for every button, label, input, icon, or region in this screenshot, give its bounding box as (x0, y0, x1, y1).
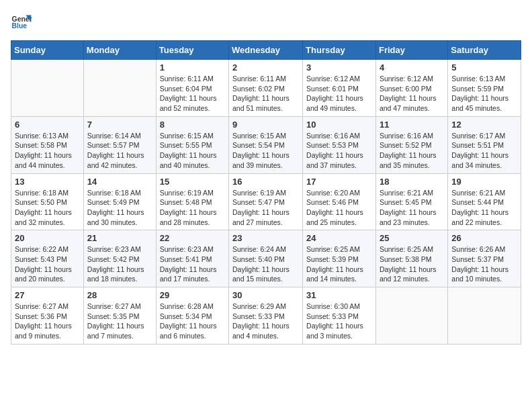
week-row-5: 27Sunrise: 6:27 AM Sunset: 5:36 PM Dayli… (11, 287, 521, 345)
day-cell: 8Sunrise: 6:15 AM Sunset: 5:55 PM Daylig… (156, 116, 228, 173)
day-info: Sunrise: 6:18 AM Sunset: 5:49 PM Dayligh… (87, 188, 152, 228)
day-cell: 25Sunrise: 6:25 AM Sunset: 5:38 PM Dayli… (375, 230, 447, 287)
day-cell (375, 287, 447, 345)
day-number: 27 (15, 290, 80, 300)
day-info: Sunrise: 6:11 AM Sunset: 6:02 PM Dayligh… (232, 74, 299, 113)
day-info: Sunrise: 6:27 AM Sunset: 5:35 PM Dayligh… (87, 302, 152, 341)
week-row-3: 13Sunrise: 6:18 AM Sunset: 5:50 PM Dayli… (11, 173, 521, 230)
day-info: Sunrise: 6:23 AM Sunset: 5:42 PM Dayligh… (87, 244, 152, 284)
calendar-table: SundayMondayTuesdayWednesdayThursdayFrid… (11, 40, 521, 345)
day-number: 4 (380, 62, 444, 73)
logo-icon: General Blue (11, 11, 32, 32)
day-cell: 13Sunrise: 6:18 AM Sunset: 5:50 PM Dayli… (11, 173, 84, 230)
day-number: 24 (306, 233, 372, 243)
day-info: Sunrise: 6:13 AM Sunset: 5:59 PM Dayligh… (451, 74, 517, 113)
day-header-tuesday: Tuesday (156, 41, 228, 60)
day-info: Sunrise: 6:19 AM Sunset: 5:48 PM Dayligh… (160, 188, 225, 228)
day-number: 30 (232, 290, 299, 300)
day-number: 28 (87, 290, 152, 300)
day-info: Sunrise: 6:20 AM Sunset: 5:46 PM Dayligh… (306, 188, 372, 228)
day-info: Sunrise: 6:21 AM Sunset: 5:45 PM Dayligh… (380, 188, 444, 228)
day-number: 26 (451, 233, 517, 243)
day-header-sunday: Sunday (11, 41, 84, 60)
day-number: 25 (380, 233, 444, 243)
day-cell (83, 60, 156, 117)
day-cell: 14Sunrise: 6:18 AM Sunset: 5:49 PM Dayli… (83, 173, 156, 230)
day-cell: 28Sunrise: 6:27 AM Sunset: 5:35 PM Dayli… (83, 287, 156, 345)
day-info: Sunrise: 6:15 AM Sunset: 5:54 PM Dayligh… (232, 131, 299, 171)
day-info: Sunrise: 6:29 AM Sunset: 5:33 PM Dayligh… (232, 302, 299, 341)
day-info: Sunrise: 6:18 AM Sunset: 5:50 PM Dayligh… (15, 188, 80, 228)
day-info: Sunrise: 6:12 AM Sunset: 6:01 PM Dayligh… (306, 74, 372, 113)
day-info: Sunrise: 6:19 AM Sunset: 5:47 PM Dayligh… (232, 188, 299, 228)
day-info: Sunrise: 6:22 AM Sunset: 5:43 PM Dayligh… (15, 244, 80, 284)
day-number: 1 (160, 62, 225, 73)
day-cell: 20Sunrise: 6:22 AM Sunset: 5:43 PM Dayli… (11, 230, 84, 287)
day-info: Sunrise: 6:14 AM Sunset: 5:57 PM Dayligh… (87, 131, 152, 171)
day-number: 19 (451, 177, 517, 187)
day-info: Sunrise: 6:15 AM Sunset: 5:55 PM Dayligh… (160, 131, 225, 171)
day-cell: 22Sunrise: 6:23 AM Sunset: 5:41 PM Dayli… (156, 230, 228, 287)
day-number: 13 (15, 177, 80, 187)
day-cell: 27Sunrise: 6:27 AM Sunset: 5:36 PM Dayli… (11, 287, 84, 345)
svg-text:Blue: Blue (12, 22, 28, 30)
day-number: 23 (232, 233, 299, 243)
day-info: Sunrise: 6:23 AM Sunset: 5:41 PM Dayligh… (160, 244, 225, 284)
day-number: 17 (306, 177, 372, 187)
day-cell: 4Sunrise: 6:12 AM Sunset: 6:00 PM Daylig… (375, 60, 447, 117)
day-info: Sunrise: 6:12 AM Sunset: 6:00 PM Dayligh… (380, 74, 444, 113)
calendar-header: SundayMondayTuesdayWednesdayThursdayFrid… (11, 41, 521, 60)
day-info: Sunrise: 6:17 AM Sunset: 5:51 PM Dayligh… (451, 131, 517, 171)
day-info: Sunrise: 6:24 AM Sunset: 5:40 PM Dayligh… (232, 244, 299, 284)
logo: General Blue (11, 11, 32, 32)
day-number: 29 (160, 290, 225, 300)
day-cell: 21Sunrise: 6:23 AM Sunset: 5:42 PM Dayli… (83, 230, 156, 287)
day-header-saturday: Saturday (448, 41, 521, 60)
day-number: 2 (232, 62, 299, 73)
day-number: 15 (160, 177, 225, 187)
day-info: Sunrise: 6:30 AM Sunset: 5:33 PM Dayligh… (306, 302, 372, 341)
day-cell: 9Sunrise: 6:15 AM Sunset: 5:54 PM Daylig… (229, 116, 303, 173)
day-cell: 1Sunrise: 6:11 AM Sunset: 6:04 PM Daylig… (156, 60, 228, 117)
day-cell: 18Sunrise: 6:21 AM Sunset: 5:45 PM Dayli… (375, 173, 447, 230)
day-number: 31 (306, 290, 372, 300)
week-row-4: 20Sunrise: 6:22 AM Sunset: 5:43 PM Dayli… (11, 230, 521, 287)
day-number: 9 (232, 120, 299, 130)
day-cell: 10Sunrise: 6:16 AM Sunset: 5:53 PM Dayli… (303, 116, 376, 173)
page-header: General Blue (11, 11, 521, 32)
day-cell: 24Sunrise: 6:25 AM Sunset: 5:39 PM Dayli… (303, 230, 376, 287)
day-cell (11, 60, 84, 117)
day-cell: 31Sunrise: 6:30 AM Sunset: 5:33 PM Dayli… (303, 287, 376, 345)
day-number: 21 (87, 233, 152, 243)
day-cell: 6Sunrise: 6:13 AM Sunset: 5:58 PM Daylig… (11, 116, 84, 173)
day-cell: 16Sunrise: 6:19 AM Sunset: 5:47 PM Dayli… (229, 173, 303, 230)
day-cell: 15Sunrise: 6:19 AM Sunset: 5:48 PM Dayli… (156, 173, 228, 230)
day-info: Sunrise: 6:16 AM Sunset: 5:52 PM Dayligh… (380, 131, 444, 171)
day-cell: 29Sunrise: 6:28 AM Sunset: 5:34 PM Dayli… (156, 287, 228, 345)
day-number: 14 (87, 177, 152, 187)
day-number: 18 (380, 177, 444, 187)
day-header-friday: Friday (375, 41, 447, 60)
day-cell: 2Sunrise: 6:11 AM Sunset: 6:02 PM Daylig… (229, 60, 303, 117)
day-cell: 7Sunrise: 6:14 AM Sunset: 5:57 PM Daylig… (83, 116, 156, 173)
day-number: 11 (380, 120, 444, 130)
day-cell: 30Sunrise: 6:29 AM Sunset: 5:33 PM Dayli… (229, 287, 303, 345)
week-row-2: 6Sunrise: 6:13 AM Sunset: 5:58 PM Daylig… (11, 116, 521, 173)
day-cell (448, 287, 521, 345)
day-cell: 19Sunrise: 6:21 AM Sunset: 5:44 PM Dayli… (448, 173, 521, 230)
day-info: Sunrise: 6:16 AM Sunset: 5:53 PM Dayligh… (306, 131, 372, 171)
day-number: 3 (306, 62, 372, 73)
day-cell: 17Sunrise: 6:20 AM Sunset: 5:46 PM Dayli… (303, 173, 376, 230)
day-info: Sunrise: 6:25 AM Sunset: 5:38 PM Dayligh… (380, 244, 444, 284)
day-number: 22 (160, 233, 225, 243)
day-info: Sunrise: 6:26 AM Sunset: 5:37 PM Dayligh… (451, 244, 517, 284)
day-info: Sunrise: 6:25 AM Sunset: 5:39 PM Dayligh… (306, 244, 372, 284)
day-header-wednesday: Wednesday (229, 41, 303, 60)
day-cell: 5Sunrise: 6:13 AM Sunset: 5:59 PM Daylig… (448, 60, 521, 117)
day-header-thursday: Thursday (303, 41, 376, 60)
day-cell: 11Sunrise: 6:16 AM Sunset: 5:52 PM Dayli… (375, 116, 447, 173)
day-number: 10 (306, 120, 372, 130)
day-info: Sunrise: 6:21 AM Sunset: 5:44 PM Dayligh… (451, 188, 517, 228)
day-number: 7 (87, 120, 152, 130)
day-number: 20 (15, 233, 80, 243)
